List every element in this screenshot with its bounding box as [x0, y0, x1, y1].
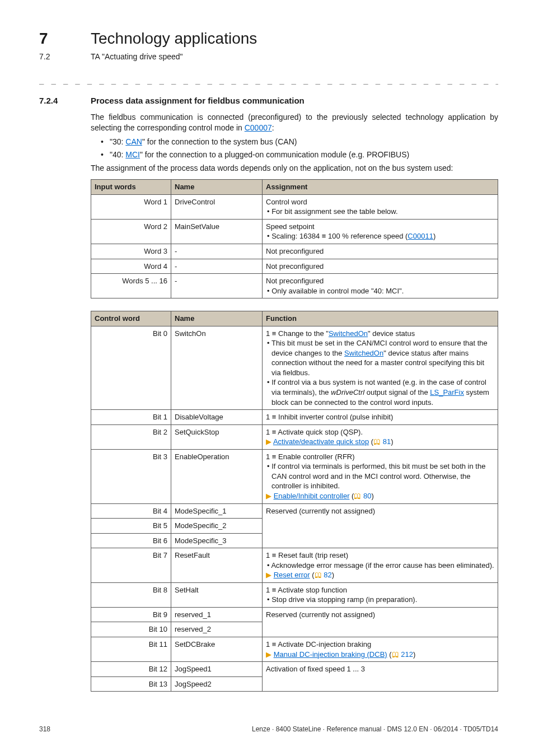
col-control-word: Control word	[91, 311, 171, 326]
cell-name: ModeSpecific_3	[171, 533, 263, 548]
cell-assignment: Speed setpointScaling: 16384 ≡ 100 % ref…	[263, 219, 498, 244]
control-word-table: Control word Name Function Bit 0SwitchOn…	[91, 311, 498, 692]
cell-key: Bit 5	[91, 519, 171, 534]
cell-function: 1 ≡ Activate DC-injection braking▶ Manua…	[263, 637, 498, 661]
table-row: Words 5 ... 16-Not preconfiguredOnly ava…	[91, 274, 498, 298]
cell-name: reserved_2	[171, 622, 263, 637]
subsection-number: 7.2.4	[39, 95, 91, 106]
cell-function: 1 ≡ Activate quick stop (QSP).▶ Activate…	[263, 424, 498, 449]
input-words-table: Input words Name Assignment Word 1DriveC…	[91, 179, 498, 298]
cell-name: JogSpeed2	[171, 676, 263, 692]
col-input-words: Input words	[91, 180, 171, 195]
cell-function: 1 ≡ Change to the "SwitchedOn" device st…	[263, 326, 498, 409]
cell-key: Word 4	[91, 259, 171, 274]
cell-key: Words 5 ... 16	[91, 274, 171, 298]
cell-name: SetQuickStop	[171, 424, 263, 449]
cell-function: Activation of fixed speed 1 ... 3	[263, 662, 498, 692]
cell-name: SetDCBrake	[171, 637, 263, 661]
text: " for the connection to the system bus (…	[142, 137, 297, 146]
link-ref[interactable]: LS_ParFix	[430, 388, 464, 396]
page-ref[interactable]: 212	[401, 650, 413, 659]
cell-key: Bit 10	[91, 622, 171, 637]
cell-name: DisableVoltage	[171, 410, 263, 425]
table-row: Bit 0SwitchOn1 ≡ Change to the "Switched…	[91, 326, 498, 409]
table-row: Bit 8SetHalt1 ≡ Activate stop functionSt…	[91, 582, 498, 607]
book-icon: 🕮	[354, 492, 361, 500]
cell-name: DriveControl	[171, 194, 263, 219]
text: " for the connection to a plugged-on com…	[140, 150, 409, 159]
table-row: Bit 9reserved_1Reserved (currently not a…	[91, 607, 498, 622]
page-ref[interactable]: 80	[363, 492, 371, 500]
table-row: Bit 4ModeSpecific_1Reserved (currently n…	[91, 503, 498, 519]
bullet-item-mci: • "40: MCI" for the connection to a plug…	[101, 150, 498, 160]
footer-info: Lenze · 8400 StateLine · Reference manua…	[252, 725, 498, 734]
cell-function: 1 ≡ Activate stop functionStop drive via…	[263, 582, 498, 607]
cell-key: Bit 0	[91, 326, 171, 409]
bullet-item-can: • "30: CAN" for the connection to the sy…	[101, 137, 498, 147]
col-function: Function	[263, 311, 498, 326]
cell-key: Bit 1	[91, 410, 171, 425]
cell-name: ModeSpecific_1	[171, 503, 263, 519]
arrow-icon: ▶	[266, 571, 274, 579]
cell-name: -	[171, 274, 263, 298]
cell-key: Word 1	[91, 194, 171, 219]
cell-name: reserved_1	[171, 607, 263, 622]
cell-key: Word 3	[91, 244, 171, 259]
book-icon: 🕮	[315, 571, 322, 579]
page-number: 318	[39, 725, 50, 734]
cell-name: EnableOperation	[171, 449, 263, 503]
cell-assignment: Not preconfigured	[263, 244, 498, 259]
chapter-title: Technology applications	[91, 28, 257, 49]
subsection-title: Process data assignment for fieldbus com…	[91, 95, 305, 106]
link-mci[interactable]: MCI	[125, 150, 140, 159]
intro-paragraph-2: The assignment of the process data words…	[91, 163, 498, 174]
cell-name: SwitchOn	[171, 326, 263, 409]
bullet-marker: •	[101, 150, 110, 160]
table-row: Word 3-Not preconfigured	[91, 244, 498, 259]
text: "30:	[110, 137, 125, 146]
table-row: Bit 2SetQuickStop1 ≡ Activate quick stop…	[91, 424, 498, 449]
page-ref[interactable]: 81	[383, 437, 391, 446]
cell-name: JogSpeed1	[171, 662, 263, 677]
table-row: Bit 12JogSpeed1Activation of fixed speed…	[91, 662, 498, 677]
cell-function: 1 ≡ Enable controller (RFR)If control vi…	[263, 449, 498, 503]
link-ref[interactable]: Reset error	[274, 571, 310, 579]
cell-key: Bit 12	[91, 662, 171, 677]
cell-key: Bit 9	[91, 607, 171, 622]
text: The fieldbus communication is connected …	[91, 113, 498, 132]
chapter-number: 7	[39, 28, 91, 49]
arrow-icon: ▶	[266, 492, 274, 500]
cell-function: Reserved (currently not assigned)	[263, 607, 498, 637]
link-c00007[interactable]: C00007	[245, 123, 272, 132]
cell-key: Bit 6	[91, 533, 171, 548]
link-ref[interactable]: C00011	[407, 232, 433, 240]
link-ref[interactable]: Enable/Inhibit controller	[274, 492, 350, 500]
cell-assignment: Control wordFor bit assignment see the t…	[263, 194, 498, 219]
cell-name: ResetFault	[171, 548, 263, 583]
link-can[interactable]: CAN	[125, 137, 142, 146]
cell-key: Bit 13	[91, 676, 171, 692]
bullet-marker: •	[101, 137, 110, 147]
cell-name: MainSetValue	[171, 219, 263, 244]
table-row: Bit 1DisableVoltage1 ≡ Inhibit inverter …	[91, 410, 498, 425]
link-ref[interactable]: Manual DC-injection braking (DCB)	[274, 650, 387, 659]
section-number: 7.2	[39, 52, 91, 62]
col-name: Name	[171, 311, 263, 326]
cell-name: SetHalt	[171, 582, 263, 607]
link-ref[interactable]: SwitchedOn	[344, 349, 383, 357]
cell-key: Bit 3	[91, 449, 171, 503]
book-icon: 🕮	[392, 650, 399, 659]
page-ref[interactable]: 82	[324, 571, 331, 579]
text: :	[272, 123, 274, 132]
cell-key: Word 2	[91, 219, 171, 244]
arrow-icon: ▶	[266, 437, 273, 446]
book-icon: 🕮	[373, 437, 381, 446]
cell-name: -	[171, 244, 263, 259]
cell-assignment: Not preconfiguredOnly available in contr…	[263, 274, 498, 298]
table-row: Bit 3EnableOperation1 ≡ Enable controlle…	[91, 449, 498, 503]
cell-key: Bit 8	[91, 582, 171, 607]
cell-function: Reserved (currently not assigned)	[263, 503, 498, 548]
link-ref[interactable]: SwitchedOn	[329, 329, 368, 338]
link-ref[interactable]: Activate/deactivate quick stop	[273, 437, 369, 446]
cell-key: Bit 4	[91, 503, 171, 519]
